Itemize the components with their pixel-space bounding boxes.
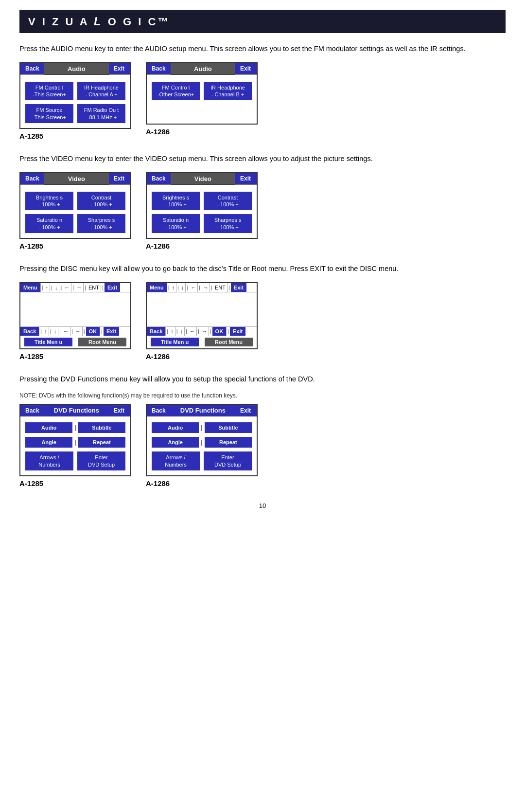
saturation-1285[interactable]: Saturatio n- 100% + xyxy=(25,214,73,233)
video-topbar-1285: Back Video Exit xyxy=(20,173,130,185)
back-button-dvd-1285[interactable]: Back xyxy=(20,405,44,416)
disc-left-1286[interactable]: ← xyxy=(189,283,198,292)
repeat-btn-1286[interactable]: Repeat xyxy=(205,437,252,448)
dvd-title-1285: DVD Functions xyxy=(44,405,109,416)
brightness-1286[interactable]: Brightnes s- 100% + xyxy=(152,192,200,211)
back-button-video-1286[interactable]: Back xyxy=(147,173,171,184)
disc-bup-1285[interactable]: ↑ xyxy=(43,327,49,336)
disc-sep4: | xyxy=(71,283,75,292)
disc-ok-1286[interactable]: OK xyxy=(212,327,227,336)
exit-button-dvd-1285[interactable]: Exit xyxy=(109,405,130,416)
disc-bleft-1285[interactable]: ← xyxy=(62,327,70,336)
screen-a1285-dvd: Back DVD Functions Exit Audio | Subtitle… xyxy=(19,404,131,487)
subtitle-btn-1285[interactable]: Subtitle xyxy=(78,422,125,433)
screen-a1286-dvd: Back DVD Functions Exit Audio | Subtitle… xyxy=(146,404,258,487)
back-button-video-1285[interactable]: Back xyxy=(20,173,44,184)
disc-sep3: | xyxy=(59,283,63,292)
disc-exit-1286[interactable]: Exit xyxy=(231,283,246,292)
header-bar: V I Z U A L O G I C™ xyxy=(19,10,506,33)
disc-bdown-1285[interactable]: ↓ xyxy=(52,327,59,336)
screen-a1285-disc: Menu | ↑ | ↓ | ← | → | ENT | Exit Back |… xyxy=(19,282,131,361)
video-btn-row-1-1286: Brightnes s- 100% + Contrast- 100% + xyxy=(152,192,252,211)
arrows-numbers-1285[interactable]: Arrows /Numbers xyxy=(25,451,73,470)
disc-ent-1286[interactable]: ENT xyxy=(213,283,228,292)
disc-exit-1285[interactable]: Exit xyxy=(105,283,120,292)
fm-control-this[interactable]: FM Contro l-This Screen+ xyxy=(25,82,73,101)
disc-bleft-1286[interactable]: ← xyxy=(188,327,197,336)
audio-topbar-1285: Back Audio Exit xyxy=(20,63,130,75)
disc-up-1286[interactable]: ↑ xyxy=(171,283,177,292)
disc-actions-1285: Title Men u Root Menu xyxy=(20,336,130,348)
disc-bexit-1285[interactable]: Exit xyxy=(104,327,119,336)
ir-headphone-b[interactable]: IR Headphone- Channel B + xyxy=(204,82,252,101)
dvd-topbar-1285: Back DVD Functions Exit xyxy=(20,405,130,416)
exit-button-video-1285[interactable]: Exit xyxy=(109,173,130,184)
enter-dvd-setup-1286[interactable]: EnterDVD Setup xyxy=(204,451,252,470)
disc-bexit-1286[interactable]: Exit xyxy=(230,327,245,336)
disc-menu-btn-1285[interactable]: Menu xyxy=(20,283,41,292)
contrast-1286[interactable]: Contrast- 100% + xyxy=(204,192,252,211)
video-btn-row-2-1286: Saturatio n- 100% + Sharpnes s- 100% + xyxy=(152,214,252,233)
disc-back-1285[interactable]: Back xyxy=(20,327,39,336)
audio-btn-row-1286: FM Contro l-Other Screen+ IR Headphone- … xyxy=(152,82,252,101)
back-button-dvd-1286[interactable]: Back xyxy=(147,405,171,416)
audio-btn-1285[interactable]: Audio xyxy=(25,422,72,433)
exit-button-audio-1285[interactable]: Exit xyxy=(109,63,130,74)
exit-button-audio-1286[interactable]: Exit xyxy=(235,63,257,74)
fm-control-other[interactable]: FM Contro l-Other Screen+ xyxy=(152,82,200,101)
title-menu-btn-1285[interactable]: Title Men u xyxy=(24,338,72,346)
disc-sep5: | xyxy=(84,283,87,292)
dvd-row1-1286: Audio | Subtitle xyxy=(152,422,252,433)
angle-btn-1286[interactable]: Angle xyxy=(152,437,199,448)
exit-button-video-1286[interactable]: Exit xyxy=(235,173,257,184)
disc-up-1285[interactable]: ↑ xyxy=(44,283,51,292)
disc-bup-1286[interactable]: ↑ xyxy=(169,327,175,336)
disc-actions-1286: Title Men u Root Menu xyxy=(147,336,257,348)
angle-btn-1285[interactable]: Angle xyxy=(25,437,72,448)
subtitle-btn-1286[interactable]: Subtitle xyxy=(205,422,252,433)
ir-headphone-a[interactable]: IR Headphone- Channel A + xyxy=(77,82,125,101)
back-button-audio-1286[interactable]: Back xyxy=(147,63,171,74)
disc-down-1285[interactable]: ↓ xyxy=(53,283,60,292)
disc-right-1286[interactable]: → xyxy=(201,283,210,292)
disc-left-1285[interactable]: ← xyxy=(63,283,71,292)
disc-back-1286[interactable]: Back xyxy=(147,327,166,336)
title-menu-btn-1286[interactable]: Title Men u xyxy=(151,338,199,346)
sharpness-1285[interactable]: Sharpnes s- 100% + xyxy=(77,214,125,233)
disc-down-1286[interactable]: ↓ xyxy=(180,283,186,292)
fm-radio-out[interactable]: FM Radio Ou t- 88.1 MHz + xyxy=(77,104,125,123)
back-button-audio-1285[interactable]: Back xyxy=(20,63,44,74)
exit-button-dvd-1286[interactable]: Exit xyxy=(235,405,257,416)
label-a1286-dvd: A-1286 xyxy=(146,479,170,487)
sharpness-1286[interactable]: Sharpnes s- 100% + xyxy=(204,214,252,233)
fm-source-this[interactable]: FM Source-This Screen+ xyxy=(25,104,73,123)
arrows-numbers-1286[interactable]: Arrows /Numbers xyxy=(152,451,200,470)
enter-dvd-setup-1285[interactable]: EnterDVD Setup xyxy=(77,451,125,470)
audio-panel-1286: Back Audio Exit FM Contro l-Other Screen… xyxy=(146,62,258,125)
disc-bright-1285[interactable]: → xyxy=(74,327,83,336)
video-content-1285: Brightnes s- 100% + Contrast- 100% + Sat… xyxy=(20,185,130,238)
repeat-btn-1285[interactable]: Repeat xyxy=(78,437,125,448)
root-menu-btn-1286[interactable]: Root Menu xyxy=(205,338,253,346)
dvd-panel-1286: Back DVD Functions Exit Audio | Subtitle… xyxy=(146,404,258,476)
brightness-1285[interactable]: Brightnes s- 100% + xyxy=(25,192,73,211)
audio-btn-1286[interactable]: Audio xyxy=(152,422,199,433)
saturation-1286[interactable]: Saturatio n- 100% + xyxy=(152,214,200,233)
disc-right-1285[interactable]: → xyxy=(75,283,84,292)
disc-menu-btn-1286[interactable]: Menu xyxy=(147,283,167,292)
audio-description: Press the AUDIO menu key to enter the AU… xyxy=(19,44,506,54)
disc-bdown-1286[interactable]: ↓ xyxy=(179,327,185,336)
label-a1286-audio: A-1286 xyxy=(146,127,170,136)
disc-description: Pressing the DISC menu key will allow yo… xyxy=(19,264,506,274)
contrast-1285[interactable]: Contrast- 100% + xyxy=(77,192,125,211)
video-title-1286: Video xyxy=(171,173,235,184)
dvd-description: Pressing the DVD Functions menu key will… xyxy=(19,374,506,385)
disc-content-1285 xyxy=(20,292,130,326)
disc-bsep1: | xyxy=(39,327,43,336)
disc-ok-1285[interactable]: OK xyxy=(86,327,101,336)
disc-bright-1286[interactable]: → xyxy=(200,327,209,336)
label-a1286-video: A-1286 xyxy=(146,242,170,250)
disc-ent-1285[interactable]: ENT xyxy=(87,283,101,292)
dvd-sep1-1285: | xyxy=(74,424,76,431)
root-menu-btn-1285[interactable]: Root Menu xyxy=(78,338,126,346)
